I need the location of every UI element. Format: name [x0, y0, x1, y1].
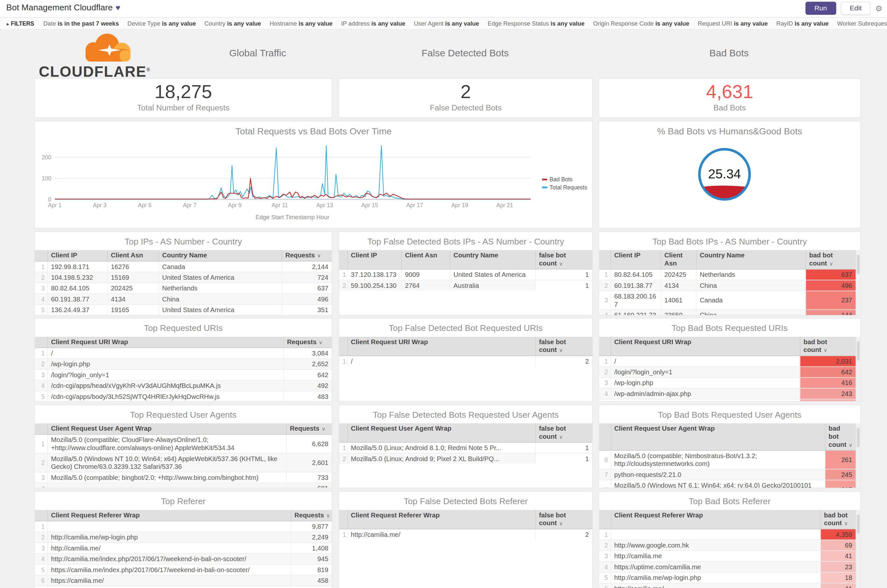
filter-bar: ▸FILTERS Dateis in the past 7 weeksDevic… [0, 18, 887, 30]
table-row[interactable]: 7python-requests/2.21.0245 [599, 469, 855, 480]
table-row[interactable]: 4/wp-admin/admin-ajax.php243 [599, 388, 855, 399]
filter-chip[interactable]: Dateis in the past 7 weeks [44, 20, 119, 27]
column-header[interactable]: Client Request User Agent Wrap [347, 423, 535, 442]
section-title-global-traffic: Global Traffic [229, 48, 286, 59]
table-row[interactable]: 1Mozilla/5.0 (Linux; Android 8.1.0; Redm… [339, 442, 592, 453]
filter-chip[interactable]: Countryis any value [204, 20, 261, 27]
table-row[interactable]: 3/wp-login.php416 [599, 378, 855, 388]
table-row[interactable]: 5https://camilia.me/index.php/2017/06/17… [35, 564, 332, 575]
column-header[interactable]: Requests∨ [281, 250, 332, 261]
column-header[interactable]: false bot count∨ [535, 423, 592, 442]
column-header[interactable]: false bot count∨ [535, 250, 592, 269]
column-header[interactable]: Client Request Referer Wrap [347, 510, 535, 529]
column-header[interactable]: Client Request URI Wrap [347, 337, 535, 356]
table-row[interactable]: 1/3,084 [35, 348, 332, 358]
svg-text:Apr 7: Apr 7 [183, 202, 197, 208]
kpi-value[interactable]: 18,275 [35, 81, 332, 103]
table-scrollbar[interactable] [855, 423, 860, 488]
column-header[interactable]: Client Asn [107, 250, 158, 261]
kpi-value[interactable]: 2 [339, 81, 592, 103]
table-row[interactable]: 5http://camilia.me/wp-login.php18 [599, 573, 855, 583]
filter-chip[interactable]: RayIDis any value [776, 20, 828, 27]
column-header[interactable]: Client Request URI Wrap [611, 337, 800, 356]
table-row[interactable]: 460.191.38.774134China496 [35, 294, 332, 304]
table-scrollbar[interactable] [855, 510, 860, 588]
column-header[interactable]: Country Name [696, 250, 805, 269]
table-row[interactable]: 1http://camilia.me/2 [339, 529, 592, 540]
column-header[interactable]: Requests∨ [283, 337, 332, 348]
table-row[interactable]: 14,359 [599, 529, 855, 540]
table-row[interactable]: 180.82.64.105202425Netherlands637 [599, 269, 855, 280]
column-header[interactable]: bad bot count∨ [820, 510, 855, 529]
column-header[interactable]: Client Request Referer Wrap [47, 510, 290, 521]
table-scrollbar[interactable] [855, 250, 860, 315]
filter-chip[interactable]: User Agentis any value [414, 20, 479, 27]
kpi-value[interactable]: 4,631 [599, 81, 860, 103]
table-row[interactable]: 1/2,031 [599, 356, 855, 366]
column-header[interactable]: Client IP [47, 250, 107, 261]
table-row[interactable]: 2Mozilla/5.0 (Windows NT 10.0; Win64; x6… [35, 453, 332, 472]
table-row[interactable]: 380.82.64.105202425Netherlands637 [35, 283, 332, 294]
filter-chip[interactable]: Edge Response Statusis any value [487, 20, 585, 27]
column-header[interactable]: Client IP [347, 250, 401, 269]
table-row[interactable]: 19,877 [35, 521, 332, 532]
table-row[interactable]: 3/login/?login_only=1642 [35, 369, 332, 380]
table-row[interactable]: 6http://camilia.me/11 [599, 583, 855, 588]
column-header[interactable]: Client Asn [401, 250, 450, 269]
table-row[interactable]: 4https://uptime.com/camilia.me23 [599, 561, 855, 572]
gear-icon[interactable]: ⚙ [875, 3, 882, 14]
table-row[interactable]: 6https://camilia.me/458 [35, 575, 332, 586]
column-header[interactable]: bad bot count∨ [805, 250, 855, 269]
table-row[interactable]: 8Mozilla/5.0 (Windows NT 6.1; Win64; x64… [599, 480, 855, 488]
filter-chip[interactable]: Request URIis any value [698, 20, 768, 27]
column-header[interactable]: Client Asn [660, 250, 696, 269]
table-row[interactable]: 4http://camilia.me/index.php/2017/06/17/… [35, 554, 332, 564]
run-button[interactable]: Run [805, 2, 836, 15]
table-row[interactable]: 2/login/?login_only=1642 [599, 366, 855, 377]
column-header[interactable]: bad bot count∨ [825, 423, 855, 450]
table-row[interactable]: 1/2 [339, 356, 592, 366]
column-header[interactable]: Client IP [611, 250, 661, 269]
table-row[interactable]: 5136.24.49.3719165United States of Ameri… [35, 304, 332, 315]
filter-chip[interactable]: Origin Response Codeis any value [593, 20, 689, 27]
table-row[interactable]: 1Mozilla/5.0 (compatible; CloudFlare-Alw… [35, 435, 332, 453]
table-row[interactable]: 6Mozilla/5.0 (compatible; Nimbostratus-B… [599, 450, 855, 469]
table-row[interactable]: 3Mozilla/5.0 (compatible; bingbot/2.0; +… [35, 472, 332, 483]
column-header[interactable]: Requests∨ [290, 510, 332, 521]
table-row[interactable]: 260.191.38.774134China496 [599, 280, 855, 291]
table-row[interactable]: 368.183.200.16714061Canada237 [599, 291, 855, 309]
table-row[interactable]: 461.160.221.7323650China144 [599, 309, 855, 315]
column-header[interactable]: Client Request User Agent Wrap [611, 423, 825, 450]
table-row[interactable]: 4/cdn-cgi/apps/head/xVgyKhR-vV3dAUGhMqfB… [35, 381, 332, 391]
column-header[interactable]: Client Request Referer Wrap [611, 510, 821, 529]
table-row[interactable]: 3http://camilia.me41 [599, 551, 855, 561]
table-row[interactable]: 3http://camilia.me/1,408 [35, 543, 332, 554]
table-row[interactable]: 2http://camilia.me/wp-login.php2,249 [35, 532, 332, 543]
column-header[interactable]: Requests∨ [286, 423, 332, 434]
filters-toggle[interactable]: ▸FILTERS [7, 20, 34, 26]
filter-chip[interactable]: Hostnameis any value [269, 20, 332, 27]
column-header[interactable]: Country Name [450, 250, 535, 269]
column-header[interactable]: Client Request URI Wrap [47, 337, 283, 348]
table-row[interactable]: 5/cdn-cgi/apps/body/3Lh52SjWTQ4HRlErJykH… [35, 391, 332, 402]
table-row[interactable]: 259.100.254.1302764Australia1 [339, 280, 592, 291]
column-header[interactable]: Client Request User Agent Wrap [47, 423, 286, 434]
table-row[interactable]: 2http://www.google.com.hk69 [599, 540, 855, 550]
column-header[interactable]: Country Name [158, 250, 281, 261]
table-row[interactable]: 4681 [35, 483, 332, 488]
column-header[interactable]: false bot count∨ [535, 337, 592, 356]
table-row[interactable]: 1192.99.8.17116276Canada2,144 [35, 261, 332, 272]
table-row[interactable]: 5/xmlrpc.php124 [599, 399, 855, 402]
filter-chip[interactable]: IP addressis any value [341, 20, 405, 27]
table-row[interactable]: 7http://camilia.me/index.php/2017/05/14/… [35, 586, 332, 588]
table-row[interactable]: 137.120.138.1739009United States of Amer… [339, 269, 592, 280]
column-header[interactable]: bad bot count∨ [800, 337, 855, 356]
filter-chip[interactable]: Device Typeis any value [127, 20, 195, 27]
table-row[interactable]: 2Mozilla/5.0 (Linux; Android 9; Pixel 2 … [339, 453, 592, 464]
table-scrollbar[interactable] [855, 337, 860, 401]
column-header[interactable]: false bot count∨ [535, 510, 592, 529]
edit-button[interactable]: Edit [841, 2, 871, 15]
filter-chip[interactable]: Worker Subrequestis... [837, 20, 887, 27]
table-row[interactable]: 2104.198.5.23215169United States of Amer… [35, 272, 332, 283]
table-row[interactable]: 2/wp-login.php2,652 [35, 359, 332, 369]
